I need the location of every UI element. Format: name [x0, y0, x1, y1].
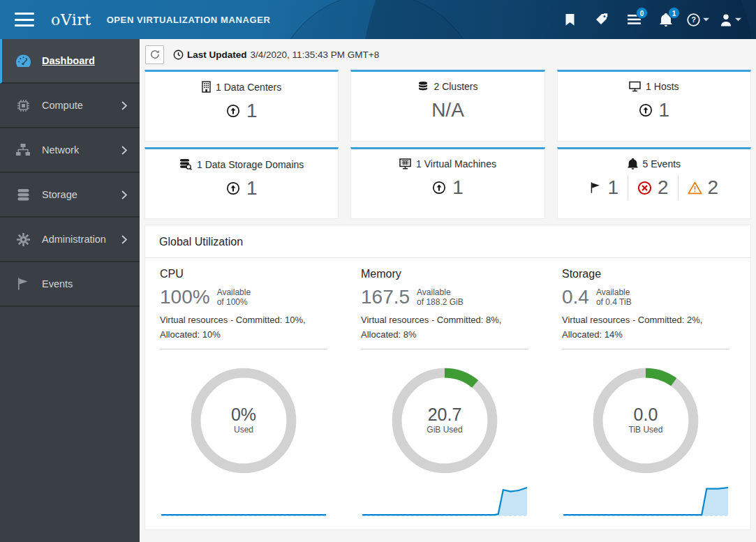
- help-menu-button[interactable]: ?: [685, 6, 711, 33]
- help-icon: ?: [687, 13, 700, 27]
- inventory-cards: 1 Data Centers 1: [140, 70, 756, 219]
- refresh-bar: Last Updated 3/4/2020, 11:35:43 PM GMT+8: [140, 39, 756, 70]
- donut-value: 0%: [231, 406, 256, 423]
- sidebar-item-label: Events: [42, 278, 73, 289]
- available-of: of 188.2 GiB: [417, 297, 464, 307]
- sidebar-item-network[interactable]: Network: [0, 128, 140, 173]
- global-utilization-card: Global Utilization CPU 100% Available of…: [144, 225, 751, 530]
- data-centers-card[interactable]: 1 Data Centers 1: [144, 70, 339, 142]
- tasks-button[interactable]: 0: [621, 6, 647, 33]
- storage-sparkline-chart: [562, 483, 729, 520]
- product-title: OPEN VIRTUALIZATION MANAGER: [107, 15, 271, 25]
- error-events-count[interactable]: 2: [628, 175, 678, 200]
- chevron-right-icon: [121, 190, 127, 200]
- memory-virtual-resources: Virtual resources - Committed: 8%, Alloc…: [361, 313, 528, 342]
- hosts-card[interactable]: 1 Hosts 1: [557, 70, 751, 142]
- panel-title: Memory: [361, 268, 528, 280]
- cpu-virtual-resources: Virtual resources - Committed: 10%, Allo…: [160, 313, 327, 342]
- sidebar-item-label: Compute: [42, 100, 83, 111]
- clock-icon: [173, 50, 184, 60]
- building-icon: [202, 81, 211, 93]
- bookmark-button[interactable]: [556, 6, 583, 33]
- ovirt-logo[interactable]: oVirt: [51, 11, 91, 29]
- card-label: 5 Events: [643, 158, 681, 170]
- cpu-utilization-panel: CPU 100% Available of 100% Virtual resou…: [160, 268, 327, 520]
- storage-domain-icon: [179, 158, 192, 170]
- sidebar-item-events[interactable]: Events: [0, 262, 140, 307]
- available-of: of 100%: [217, 297, 251, 307]
- gear-icon: [15, 232, 31, 247]
- available-label: Available: [217, 287, 251, 297]
- network-icon: [15, 143, 31, 157]
- tasks-badge: 0: [636, 7, 648, 19]
- status-up-icon: [226, 104, 240, 118]
- tags-button[interactable]: [588, 6, 615, 33]
- clusters-card[interactable]: 2 Clusters N/A: [350, 70, 544, 142]
- storage-available-value: 0.4: [562, 286, 589, 308]
- memory-donut-chart: 20.7 GiB Used: [392, 368, 498, 474]
- memory-sparkline-chart: [361, 483, 528, 520]
- donut-label: Used: [234, 425, 253, 435]
- tag-icon: [595, 13, 609, 26]
- user-menu-button[interactable]: [717, 6, 743, 33]
- memory-available-value: 167.5: [361, 286, 410, 308]
- notifications-button[interactable]: 1: [653, 6, 679, 33]
- panel-title: Storage: [562, 268, 729, 280]
- chevron-down-icon: [703, 17, 709, 22]
- svg-text:?: ?: [691, 15, 696, 24]
- available-label: Available: [417, 287, 464, 297]
- sidebar-item-compute[interactable]: Compute: [0, 84, 140, 128]
- sidebar-item-storage[interactable]: Storage: [0, 173, 140, 218]
- refresh-button[interactable]: [145, 45, 164, 64]
- monitor-icon: [629, 81, 641, 92]
- notifications-badge: 1: [668, 7, 680, 19]
- cluster-icon: [417, 81, 429, 92]
- sidebar-item-label: Administration: [42, 234, 106, 245]
- flag-icon: [15, 277, 31, 291]
- warning-icon: [688, 181, 702, 195]
- card-value: 1: [659, 99, 670, 121]
- virtual-machines-card[interactable]: 1 Virtual Machines 1: [350, 147, 544, 219]
- menu-toggle-button[interactable]: [15, 13, 34, 27]
- events-card[interactable]: 5 Events 1 2: [557, 147, 751, 219]
- dashboard-content: Last Updated 3/4/2020, 11:35:43 PM GMT+8: [140, 39, 756, 542]
- cpu-icon: [15, 98, 31, 113]
- last-updated-label: Last Updated: [187, 50, 247, 60]
- storage-virtual-resources: Virtual resources - Committed: 2%, Alloc…: [562, 313, 729, 342]
- card-label: 2 Clusters: [433, 81, 477, 92]
- storage-donut-chart: 0.0 TiB Used: [593, 368, 699, 474]
- chevron-right-icon: [121, 235, 127, 244]
- audit-events-count[interactable]: 1: [580, 175, 628, 200]
- warning-events-count[interactable]: 2: [678, 175, 728, 200]
- global-utilization-title: Global Utilization: [145, 225, 750, 258]
- last-updated-value: 3/4/2020, 11:35:43 PM GMT+8: [251, 50, 380, 60]
- status-up-icon: [432, 181, 446, 195]
- card-value: 1: [246, 100, 258, 122]
- status-up-icon: [639, 103, 653, 117]
- user-icon: [720, 13, 732, 27]
- bell-icon: [628, 158, 638, 170]
- donut-label: GiB Used: [427, 425, 462, 435]
- available-of: of 0.4 TiB: [596, 297, 632, 307]
- sidebar-item-label: Storage: [42, 189, 77, 200]
- storage-domains-card[interactable]: 1 Data Storage Domains 1: [144, 147, 339, 219]
- sidebar-item-label: Network: [42, 144, 79, 156]
- card-value: N/A: [431, 99, 464, 121]
- sidebar-item-label: Dashboard: [42, 55, 95, 66]
- chevron-right-icon: [121, 101, 127, 110]
- card-label: 1 Virtual Machines: [416, 158, 496, 170]
- virtual-machine-icon: [399, 158, 411, 170]
- cpu-sparkline-chart: [160, 483, 327, 520]
- bookmark-icon: [565, 14, 575, 26]
- donut-label: TiB Used: [629, 425, 663, 435]
- card-value: 1: [452, 176, 464, 199]
- card-label: 1 Data Centers: [216, 82, 281, 93]
- sidebar-item-dashboard[interactable]: Dashboard: [0, 39, 140, 84]
- chevron-down-icon: [735, 17, 741, 22]
- memory-utilization-panel: Memory 167.5 Available of 188.2 GiB Virt…: [361, 268, 528, 520]
- sidebar-item-administration[interactable]: Administration: [0, 218, 140, 262]
- donut-value: 0.0: [634, 406, 658, 423]
- refresh-icon: [150, 50, 160, 59]
- sidebar: Dashboard Compute: [0, 39, 140, 542]
- cpu-available-value: 100%: [160, 286, 210, 308]
